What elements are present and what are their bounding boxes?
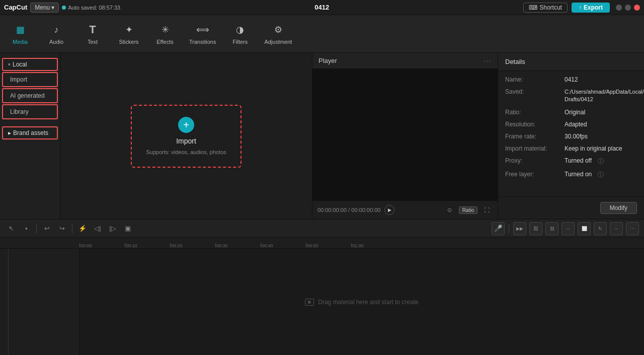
autosave-dot [62,6,66,10]
ruler-tick-0: 00:00 [79,243,125,248]
top-bar: CapCut Menu ▾ Auto saved: 08:57:33 0412 … [0,0,644,15]
sidebar-item-local[interactable]: ▾ Local [2,58,58,71]
undo-button[interactable]: ↩ [41,223,53,235]
trim-right-button[interactable]: |▷ [107,223,119,235]
free-layer-info-icon[interactable]: ⓘ [598,171,604,179]
export-button[interactable]: ↑ Export [572,3,610,13]
ruler-tick-2: 00:20 [170,243,215,248]
toolbar-item-effects[interactable]: ✳ Effects [153,23,177,45]
details-body: Name: 0412 Saved: C:/Users/ahmad/AppData… [498,71,644,196]
player-ratio-button[interactable]: Ratio [459,206,477,214]
delete-button[interactable]: ▣ [122,223,134,235]
detail-proxy-row: Proxy: Turned off ⓘ [505,157,637,166]
player-play-button[interactable]: ▶ [384,205,394,215]
content-area: + Import Supports: videos, audios, photo… [60,53,312,219]
ruler-tick-5: 00:50 [306,243,351,248]
detail-ratio-key: Ratio: [505,109,560,116]
chevron-down-icon: ▾ [51,4,54,11]
maximize-button[interactable] [625,5,631,11]
detail-free-layer-val: Turned on [565,171,592,179]
clip-align-button[interactable]: ↔ [561,222,575,235]
timeline-area: ↖ ▾ ↩ ↪ ⚡ ◁| |▷ ▣ 🎤 ▶▶ ⛓ ⛓ ↔ ⬜ ↻ – ⋯ 00:… [0,219,644,355]
toolbar-item-adjustment[interactable]: ⚙ Adjustment [264,23,292,45]
detail-ratio-val: Original [565,109,585,116]
effects-icon: ✳ [158,23,172,37]
toolbar-item-text[interactable]: T Text [80,23,105,45]
clip-copy-button[interactable]: ⬜ [578,222,591,235]
detail-resolution-key: Resolution: [505,121,560,128]
modify-button[interactable]: Modify [600,202,637,214]
detail-free-layer-key: Free layer: [505,171,560,179]
clip-more-button[interactable]: ⋯ [626,222,639,235]
ruler-ticks: 00:00 00:10 00:20 00:30 00:40 00:50 01:0… [79,238,396,248]
detail-ratio-row: Ratio: Original [505,109,637,116]
select-dropdown-button[interactable]: ▾ [20,223,32,235]
toolbar-item-audio[interactable]: ♪ Audio [44,23,68,45]
keyboard-icon: ⌨ [529,4,537,11]
close-button[interactable] [634,5,640,11]
clip-volume-button[interactable]: – [610,222,623,235]
redo-button[interactable]: ↪ [56,223,68,235]
main-area: ▾ Local Import AI generated Library ▸ Br… [0,53,644,219]
autosave-indicator: Auto saved: 08:57:33 [62,5,120,11]
import-plus-icon: + [178,117,194,133]
chevron-right-icon: ▸ [8,129,11,136]
detail-proxy-key: Proxy: [505,157,560,166]
timeline-ruler: 00:00 00:10 00:20 00:30 00:40 00:50 01:0… [0,238,644,249]
sidebar-item-library[interactable]: Library [2,104,58,119]
clip-flip-button[interactable]: ↻ [594,222,607,235]
ruler-tick-1: 00:10 [125,243,170,248]
player-controls-right: ⊙ Ratio ⛶ [444,204,493,216]
player-menu-icon[interactable]: ··· [484,57,492,64]
detail-saved-key: Saved: [505,88,560,104]
details-footer: Modify [498,196,644,219]
detail-resolution-val: Adapted [565,121,587,128]
media-icon: ▦ [13,23,27,37]
ruler-tick-6: 01:00 [351,243,396,248]
toolbar-item-transitions[interactable]: ⟺ Transitions [189,23,216,45]
toolbar-item-filters[interactable]: ◑ Filters [228,23,252,45]
toolbar: ▦ Media ♪ Audio T Text ✦ Stickers ✳ Effe… [0,15,644,53]
timeline-toolbar: ↖ ▾ ↩ ↪ ⚡ ◁| |▷ ▣ 🎤 ▶▶ ⛓ ⛓ ↔ ⬜ ↻ – ⋯ [0,220,644,238]
player-fit-icon[interactable]: ⊙ [444,204,456,216]
toolbar-item-media[interactable]: ▦ Media [8,23,32,45]
sidebar-item-ai-generated[interactable]: AI generated [2,88,58,103]
player-header: Player ··· [312,53,498,69]
top-bar-right: ⌨ Shortcut ↑ Export [523,3,640,13]
divider-3 [509,224,509,233]
detail-framerate-val: 30.00fps [565,133,588,140]
player-screen [312,69,498,200]
import-zone[interactable]: + Import Supports: videos, audios, photo… [131,105,242,168]
detail-name-row: Name: 0412 [505,76,637,83]
detail-proxy-val: Turned off [565,157,592,166]
ruler-tick-4: 00:40 [261,243,306,248]
app-logo: CapCut [4,4,27,11]
proxy-info-icon[interactable]: ⓘ [598,157,604,166]
player-panel: Player ··· 00:00:00:00 / 00:00:00:00 ▶ ⊙… [312,53,498,219]
import-label: Import [176,137,196,145]
project-title: 0412 [314,4,329,11]
microphone-button[interactable]: 🎤 [492,222,505,235]
shortcut-button[interactable]: ⌨ Shortcut [523,3,568,13]
clip-speed-button[interactable]: ▶▶ [513,222,526,235]
sidebar: ▾ Local Import AI generated Library ▸ Br… [0,53,60,219]
transitions-icon: ⟺ [196,23,210,37]
detail-framerate-row: Frame rate: 30.00fps [505,133,637,140]
player-fullscreen-icon[interactable]: ⛶ [480,204,493,216]
toolbar-item-stickers[interactable]: ✦ Stickers [117,23,141,45]
sidebar-item-brand-assets[interactable]: ▸ Brand assets [2,126,58,139]
select-tool-button[interactable]: ↖ [5,223,17,235]
menu-button[interactable]: Menu ▾ [30,3,59,13]
sidebar-item-import[interactable]: Import [2,72,58,87]
detail-resolution-row: Resolution: Adapted [505,121,637,128]
clip-unlink-button[interactable]: ⛓ [545,222,558,235]
trim-left-button[interactable]: ◁| [92,223,104,235]
split-button[interactable]: ⚡ [76,223,89,235]
detail-saved-val: C:/Users/ahmad/AppData/Local/CapCut Draf… [565,88,644,104]
clip-link-button[interactable]: ⛓ [529,222,542,235]
detail-import-material-val: Keep in original place [565,145,622,152]
details-header: Details [498,53,644,71]
divider-2 [72,224,72,233]
detail-free-layer-row: Free layer: Turned on ⓘ [505,171,637,179]
minimize-button[interactable] [616,5,622,11]
